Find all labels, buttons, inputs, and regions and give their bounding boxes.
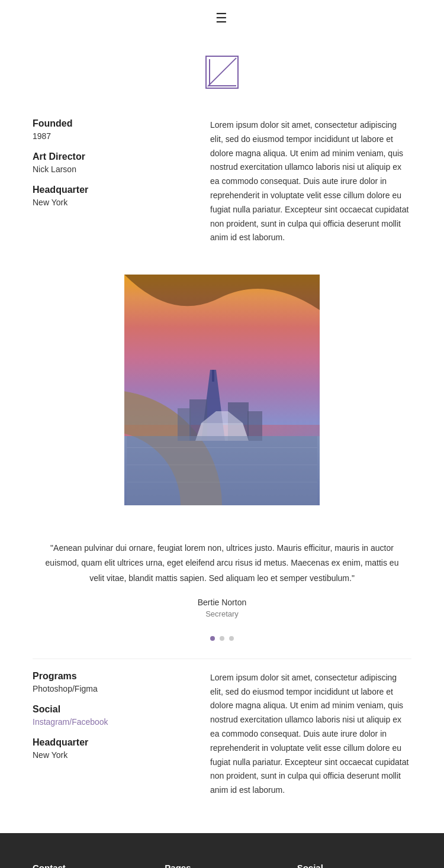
quote-author: Bertie Norton [41, 598, 403, 607]
footer-social-col: Social Sample footer text f 𝕏 ◎ [297, 863, 411, 868]
skyline-svg [124, 370, 320, 441]
logo [205, 56, 239, 89]
logo-area [0, 32, 444, 107]
svg-line-0 [208, 58, 236, 86]
headquarter-label: Headquarter [33, 185, 186, 195]
instagram-link[interactable]: Instagram [33, 717, 69, 727]
water-svg [124, 436, 320, 505]
art-director-name: Nick Larson [33, 164, 186, 174]
footer-contact-col: Contact 656 Fifth Avenue, 24th fl. NY, U… [33, 863, 147, 868]
footer-social-title: Social [297, 863, 411, 868]
founded-label: Founded [33, 118, 186, 129]
quote-role: Secretary [41, 609, 403, 618]
art-director-label: Art Director [33, 151, 186, 162]
quote-section: "Aenean pulvinar dui ornare, feugiat lor… [0, 523, 444, 624]
carousel-dots [0, 624, 444, 659]
programs-headquarter-value: New York [33, 750, 186, 760]
headquarter-value: New York [33, 198, 186, 207]
carousel-dot-3[interactable] [229, 636, 234, 641]
facebook-link[interactable]: /Facebook [69, 717, 108, 727]
logo-svg [207, 56, 237, 89]
social-links: Instagram/Facebook [33, 717, 186, 727]
wave-svg [124, 275, 320, 334]
carousel-dot-2[interactable] [220, 636, 224, 641]
footer-contact-title: Contact [33, 863, 147, 868]
info-left: Founded 1987 Art Director Nick Larson He… [33, 118, 186, 245]
carousel-dot-1[interactable] [210, 636, 215, 641]
svg-rect-3 [212, 370, 214, 382]
social-label: Social [33, 704, 186, 715]
image-section [0, 257, 444, 523]
founded-year: 1987 [33, 131, 186, 141]
header: ☰ [0, 0, 444, 32]
programs-headquarter-label: Headquarter [33, 737, 186, 748]
footer-pages-title: Pages [165, 863, 279, 868]
svg-rect-10 [127, 436, 317, 505]
programs-section: Programs Photoshop/Figma Social Instagra… [0, 659, 444, 809]
footer: Contact 656 Fifth Avenue, 24th fl. NY, U… [0, 833, 444, 868]
programs-value: Photoshop/Figma [33, 684, 186, 693]
footer-grid: Contact 656 Fifth Avenue, 24th fl. NY, U… [33, 863, 411, 868]
programs-body-text: Lorem ipsum dolor sit amet, consectetur … [210, 671, 411, 798]
quote-text: "Aenean pulvinar dui ornare, feugiat lor… [41, 541, 403, 586]
info-section: Founded 1987 Art Director Nick Larson He… [0, 107, 444, 257]
info-body-text: Lorem ipsum dolor sit amet, consectetur … [210, 118, 411, 245]
programs-left: Programs Photoshop/Figma Social Instagra… [33, 671, 186, 798]
footer-pages-col: Pages Sample footer text [165, 863, 279, 868]
city-image [124, 275, 320, 505]
menu-icon[interactable]: ☰ [215, 11, 229, 26]
programs-label: Programs [33, 671, 186, 682]
